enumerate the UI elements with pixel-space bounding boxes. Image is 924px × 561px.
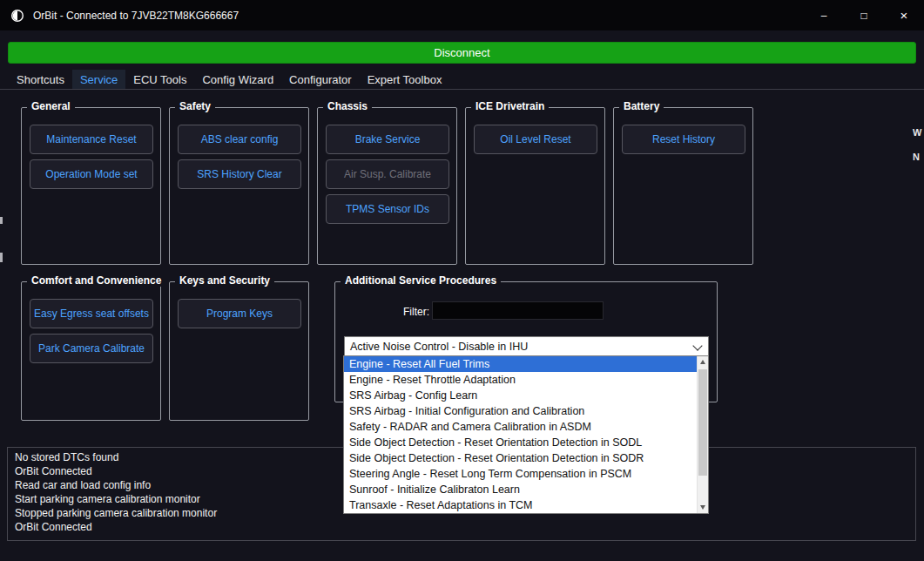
group-title: General: [27, 100, 75, 112]
app-logo-icon: [10, 8, 24, 23]
disconnect-button[interactable]: Disconnect: [8, 42, 916, 64]
close-icon[interactable]: ×: [884, 0, 924, 30]
combobox-value: Active Noise Control - Disable in IHU: [350, 341, 528, 353]
maintenance-reset-button[interactable]: Maintenance Reset: [30, 125, 153, 154]
reset-history-button[interactable]: Reset History: [622, 125, 745, 154]
list-item[interactable]: Steering Angle - Reset Long Term Compens…: [344, 466, 697, 482]
list-item[interactable]: Side Object Detection - Reset Orientatio…: [344, 435, 697, 450]
program-keys-button[interactable]: Program Keys: [178, 299, 301, 328]
group-chassis: Chassis Brake Service Air Susp. Calibrat…: [317, 107, 457, 265]
clipped-text-fragment: N: [913, 152, 920, 162]
scroll-down-icon[interactable]: [698, 502, 708, 513]
brake-service-button[interactable]: Brake Service: [326, 125, 449, 154]
easy-egress-seat-offsets-button[interactable]: Easy Egress seat offsets: [30, 299, 153, 328]
window-title: OrBit - Connected to 7JVB22TM8KG666667: [33, 10, 239, 22]
group-title: Additional Service Procedures: [341, 274, 501, 287]
app-window: OrBit - Connected to 7JVB22TM8KG666667 –…: [0, 0, 924, 561]
list-item[interactable]: SRS Airbag - Initial Configuration and C…: [344, 403, 697, 419]
scroll-up-icon[interactable]: [698, 356, 708, 368]
dropdown-scrollbar[interactable]: [697, 356, 708, 513]
edge-artifact: [0, 253, 3, 262]
filter-label: Filter:: [360, 306, 429, 318]
tab-service[interactable]: Service: [72, 70, 125, 89]
minimize-icon[interactable]: –: [804, 0, 844, 30]
tab-shortcuts[interactable]: Shortcuts: [9, 70, 72, 89]
group-safety: Safety ABS clear config SRS History Clea…: [169, 107, 309, 265]
group-title: Comfort and Convenience: [27, 274, 165, 287]
group-ice-drivetrain: ICE Drivetrain Oil Level Reset: [465, 107, 605, 265]
window-controls: – □ ×: [804, 0, 924, 30]
srs-history-clear-button[interactable]: SRS History Clear: [178, 159, 301, 189]
group-title: Safety: [175, 100, 215, 112]
list-item[interactable]: Engine - Reset Throttle Adaptation: [344, 372, 697, 388]
group-title: Keys and Security: [175, 274, 274, 287]
tab-configurator[interactable]: Configurator: [281, 70, 360, 89]
scrollbar-thumb[interactable]: [698, 369, 707, 476]
tab-config-wizard[interactable]: Config Wizard: [194, 70, 281, 89]
edge-artifact: [0, 217, 3, 224]
group-title: Battery: [619, 100, 664, 112]
procedure-dropdown-list: Engine - Reset All Fuel Trims Engine - R…: [343, 355, 709, 514]
group-keys-security: Keys and Security Program Keys: [169, 281, 309, 421]
tab-expert-toolbox[interactable]: Expert Toolbox: [360, 70, 450, 89]
oil-level-reset-button[interactable]: Oil Level Reset: [474, 125, 597, 154]
air-susp-calibrate-button: Air Susp. Calibrate: [326, 159, 449, 189]
chevron-down-icon: [692, 341, 702, 350]
operation-mode-set-button[interactable]: Operation Mode set: [30, 159, 153, 189]
list-item[interactable]: Engine - Reset All Fuel Trims: [344, 356, 697, 372]
tab-bar: Shortcuts Service ECU Tools Config Wizar…: [0, 70, 924, 90]
titlebar[interactable]: OrBit - Connected to 7JVB22TM8KG666667 –…: [0, 0, 924, 30]
tab-ecu-tools[interactable]: ECU Tools: [125, 70, 194, 89]
log-line: OrBit Connected: [15, 520, 908, 534]
abs-clear-config-button[interactable]: ABS clear config: [178, 125, 301, 154]
group-general: General Maintenance Reset Operation Mode…: [21, 107, 161, 265]
list-item[interactable]: Transaxle - Reset Adaptations in TCM: [344, 497, 697, 513]
list-item[interactable]: Side Object Detection - Reset Orientatio…: [344, 450, 697, 466]
group-title: ICE Drivetrain: [471, 100, 549, 112]
clipped-text-fragment: W: [913, 127, 921, 138]
filter-input[interactable]: [432, 301, 604, 320]
tpms-sensor-ids-button[interactable]: TPMS Sensor IDs: [326, 194, 449, 224]
group-comfort-convenience: Comfort and Convenience Easy Egress seat…: [21, 281, 161, 421]
list-item[interactable]: SRS Airbag - Config Learn: [344, 388, 697, 403]
park-camera-calibrate-button[interactable]: Park Camera Calibrate: [30, 334, 153, 363]
list-item[interactable]: Safety - RADAR and Camera Calibration in…: [344, 419, 697, 435]
group-battery: Battery Reset History: [613, 107, 753, 265]
procedure-combobox[interactable]: Active Noise Control - Disable in IHU: [344, 336, 709, 356]
list-item[interactable]: Sunroof - Initialize Calibraton Learn: [344, 482, 697, 497]
group-title: Chassis: [323, 100, 372, 112]
maximize-icon[interactable]: □: [844, 0, 884, 30]
